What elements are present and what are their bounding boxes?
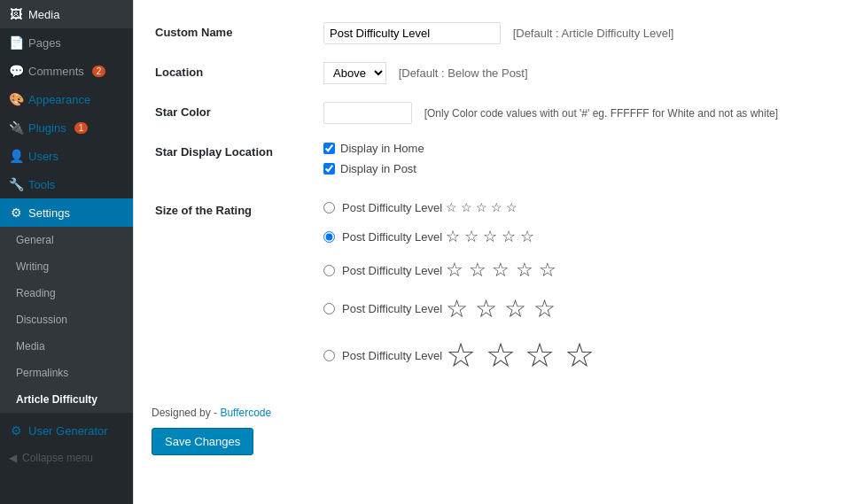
size-radio-md[interactable]	[323, 265, 335, 276]
users-icon: 👤	[9, 149, 23, 163]
display-home-row: Display in Home	[323, 142, 835, 155]
submenu-discussion[interactable]: Discussion	[0, 306, 133, 333]
comments-icon: 💬	[9, 64, 23, 78]
submenu-general[interactable]: General	[0, 227, 133, 253]
stars-md: ☆ ☆ ☆ ☆ ☆	[446, 259, 556, 282]
sidebar-item-user-generator[interactable]: ⚙ User Generator	[0, 416, 133, 445]
stars-sm: ☆ ☆ ☆ ☆ ☆	[446, 227, 534, 246]
star-color-input[interactable]	[323, 102, 412, 124]
submenu-label: Discussion	[16, 314, 67, 326]
sidebar-item-tools[interactable]: 🔧 Tools	[0, 170, 133, 198]
sidebar-item-label: Pages	[28, 36, 61, 50]
submenu-label: Article Difficulty	[16, 393, 97, 406]
submenu-article-difficulty[interactable]: Article Difficulty	[0, 386, 133, 413]
sidebar-item-label: Appearance	[28, 93, 90, 106]
size-option-xl: Post Difficulty Level ☆ ☆ ☆ ☆	[323, 336, 835, 375]
rating-text-md: Post Difficulty Level	[342, 264, 442, 277]
submenu-permalinks[interactable]: Permalinks	[0, 360, 133, 386]
plugins-icon: 🔌	[9, 120, 23, 135]
size-radio-lg[interactable]	[323, 303, 335, 314]
size-radio-sm[interactable]	[323, 231, 335, 243]
custom-name-input[interactable]	[323, 22, 501, 44]
settings-form: Custom Name [Default : Article Difficult…	[152, 13, 838, 396]
display-home-label: Display in Home	[340, 142, 424, 155]
submenu-label: Writing	[16, 260, 49, 273]
submenu-label: Permalinks	[16, 367, 68, 379]
custom-name-row: Custom Name [Default : Article Difficult…	[152, 13, 838, 53]
display-post-label: Display in Post	[340, 162, 416, 175]
designed-by: Designed by - Buffercode	[152, 407, 838, 419]
stars-lg: ☆ ☆ ☆ ☆	[446, 294, 555, 323]
size-label-xl: Post Difficulty Level ☆ ☆ ☆ ☆	[342, 336, 595, 375]
size-option-xs: Post Difficulty Level ☆ ☆ ☆ ☆ ☆	[323, 200, 835, 214]
size-label-lg: Post Difficulty Level ☆ ☆ ☆ ☆	[342, 294, 556, 323]
sidebar-item-label: User Generator	[28, 424, 108, 438]
sidebar-item-label: Settings	[28, 206, 70, 220]
rating-text-lg: Post Difficulty Level	[342, 302, 442, 315]
custom-name-label: Custom Name	[152, 13, 320, 53]
star-color-note: [Only Color code values with out '#' eg.…	[424, 107, 778, 120]
collapse-arrow-icon: ◀	[9, 452, 17, 464]
size-label-sm: Post Difficulty Level ☆ ☆ ☆ ☆ ☆	[342, 227, 534, 246]
submenu-label: General	[16, 234, 54, 246]
pages-icon: 📄	[9, 35, 23, 50]
location-select[interactable]: Above Below	[323, 62, 386, 84]
size-option-lg: Post Difficulty Level ☆ ☆ ☆ ☆	[323, 294, 835, 323]
sidebar-item-label: Users	[28, 150, 58, 163]
submenu-reading[interactable]: Reading	[0, 280, 133, 306]
sidebar-item-appearance[interactable]: 🎨 Appearance	[0, 85, 133, 113]
sidebar-item-users[interactable]: 👤 Users	[0, 142, 133, 170]
submenu-media[interactable]: Media	[0, 333, 133, 360]
sidebar-item-label: Plugins	[28, 121, 66, 135]
size-option-md: Post Difficulty Level ☆ ☆ ☆ ☆ ☆	[323, 259, 835, 282]
sidebar-item-label: Tools	[28, 178, 55, 191]
location-label: Location	[152, 53, 320, 93]
settings-icon: ⚙	[9, 205, 23, 220]
tools-icon: 🔧	[9, 177, 23, 191]
rating-text-xl: Post Difficulty Level	[342, 349, 442, 362]
collapse-menu[interactable]: ◀ Collapse menu	[0, 445, 133, 471]
size-label-md: Post Difficulty Level ☆ ☆ ☆ ☆ ☆	[342, 259, 556, 282]
user-generator-icon: ⚙	[9, 423, 23, 438]
main-content: Custom Name [Default : Article Difficult…	[133, 0, 856, 504]
media-icon: 🖼	[9, 7, 23, 21]
plugins-badge: 1	[74, 122, 89, 134]
size-radio-xl[interactable]	[323, 350, 335, 361]
size-label-xs: Post Difficulty Level ☆ ☆ ☆ ☆ ☆	[342, 200, 517, 214]
sidebar-item-comments[interactable]: 💬 Comments 2	[0, 57, 133, 85]
stars-xs: ☆ ☆ ☆ ☆ ☆	[446, 200, 517, 214]
comments-badge: 2	[92, 66, 106, 77]
display-home-checkbox[interactable]	[323, 143, 335, 154]
location-default: [Default : Below the Post]	[399, 66, 528, 80]
star-color-label: Star Color	[152, 93, 320, 133]
collapse-label: Collapse menu	[22, 452, 93, 464]
custom-name-default: [Default : Article Difficulty Level]	[513, 27, 674, 40]
rating-text-xs: Post Difficulty Level	[342, 201, 442, 214]
appearance-icon: 🎨	[9, 92, 23, 106]
star-color-row: Star Color [Only Color code values with …	[152, 93, 838, 133]
sidebar-item-label: Comments	[28, 65, 84, 78]
rating-text-sm: Post Difficulty Level	[342, 230, 442, 244]
submenu-label: Media	[16, 340, 45, 353]
buffercode-link[interactable]: Buffercode	[220, 407, 271, 419]
submenu-writing[interactable]: Writing	[0, 253, 133, 280]
sidebar: 🖼 Media 📄 Pages 💬 Comments 2 🎨 Appearanc…	[0, 0, 133, 504]
sidebar-item-settings[interactable]: ⚙ Settings	[0, 198, 133, 227]
size-rating-row: Size of the Rating Post Difficulty Level…	[152, 191, 838, 396]
star-display-row: Star Display Location Display in Home Di…	[152, 133, 838, 191]
sidebar-item-pages[interactable]: 📄 Pages	[0, 28, 133, 57]
location-row: Location Above Below [Default : Below th…	[152, 53, 838, 93]
sidebar-item-media[interactable]: 🖼 Media	[0, 0, 133, 28]
submenu-label: Reading	[16, 287, 56, 299]
display-post-row: Display in Post	[323, 162, 835, 175]
display-post-checkbox[interactable]	[323, 163, 335, 174]
size-option-sm: Post Difficulty Level ☆ ☆ ☆ ☆ ☆	[323, 227, 835, 246]
sidebar-item-plugins[interactable]: 🔌 Plugins 1	[0, 113, 133, 142]
size-rating-label: Size of the Rating	[152, 191, 320, 396]
size-radio-xs[interactable]	[323, 202, 335, 213]
star-display-label: Star Display Location	[152, 133, 320, 191]
save-changes-button[interactable]: Save Changes	[152, 428, 253, 455]
settings-submenu: General Writing Reading Discussion Media…	[0, 227, 133, 413]
stars-xl: ☆ ☆ ☆ ☆	[446, 336, 595, 375]
sidebar-item-label: Media	[28, 8, 59, 21]
